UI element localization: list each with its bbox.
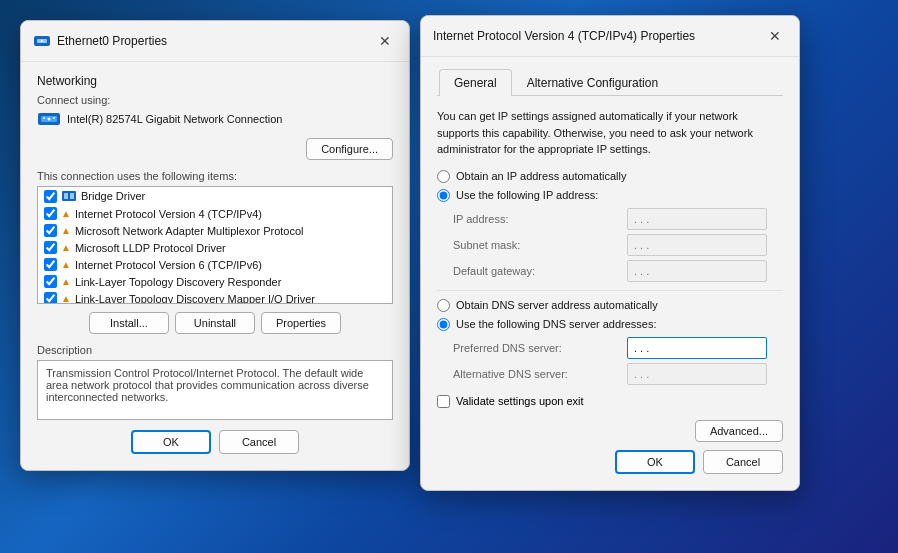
alternative-dns-input[interactable]	[627, 363, 767, 385]
description-label: Description	[37, 344, 393, 356]
connect-using-label: Connect using:	[37, 94, 393, 106]
svg-rect-7	[53, 117, 55, 119]
lltd-responder-icon: ▲	[61, 276, 71, 287]
uninstall-button[interactable]: Uninstall	[175, 312, 255, 334]
lltd-mapper-icon: ▲	[61, 293, 71, 304]
manual-ip-row: Use the following IP address:	[437, 189, 783, 202]
auto-ip-radio[interactable]	[437, 170, 450, 183]
ipv6-icon: ▲	[61, 259, 71, 270]
tcp-ok-button[interactable]: OK	[615, 450, 695, 474]
configure-button[interactable]: Configure...	[306, 138, 393, 160]
preferred-dns-input[interactable]	[627, 337, 767, 359]
svg-rect-10	[70, 193, 74, 199]
lltd-mapper-label: Link-Layer Topology Discovery Mapper I/O…	[75, 293, 315, 305]
multiplexor-label: Microsoft Network Adapter Multiplexor Pr…	[75, 225, 304, 237]
svg-point-5	[48, 118, 51, 121]
ethernet-ok-cancel-row: OK Cancel	[37, 430, 393, 454]
auto-dns-radio[interactable]	[437, 299, 450, 312]
lltd-mapper-checkbox[interactable]	[44, 292, 57, 304]
manual-ip-radio[interactable]	[437, 189, 450, 202]
ethernet-dialog-title: Ethernet0 Properties	[57, 34, 167, 48]
ipv4-checkbox[interactable]	[44, 207, 57, 220]
lldp-checkbox[interactable]	[44, 241, 57, 254]
auto-dns-row: Obtain DNS server address automatically	[437, 299, 783, 312]
svg-point-2	[41, 40, 43, 42]
tabs-bar: General Alternative Configuration	[437, 69, 783, 96]
ethernet-close-button[interactable]: ✕	[373, 29, 397, 53]
advanced-btn-area: Advanced...	[695, 420, 783, 442]
properties-button[interactable]: Properties	[261, 312, 341, 334]
configure-btn-row: Configure...	[37, 138, 393, 160]
default-gateway-input[interactable]	[627, 260, 767, 282]
items-list[interactable]: Bridge Driver ▲ Internet Protocol Versio…	[37, 186, 393, 304]
adapter-row: Intel(R) 82574L Gigabit Network Connecti…	[37, 110, 393, 128]
list-item: ▲ Link-Layer Topology Discovery Responde…	[38, 273, 392, 290]
subnet-mask-label: Subnet mask:	[453, 239, 563, 251]
manual-dns-radio[interactable]	[437, 318, 450, 331]
manual-dns-label: Use the following DNS server addresses:	[456, 318, 657, 330]
list-item: ▲ Microsoft LLDP Protocol Driver	[38, 239, 392, 256]
tcp-dialog-title: Internet Protocol Version 4 (TCP/IPv4) P…	[433, 29, 695, 43]
tab-alternative[interactable]: Alternative Configuration	[512, 69, 673, 96]
multiplexor-icon: ▲	[61, 225, 71, 236]
validate-row: Validate settings upon exit	[437, 395, 783, 408]
tcp-cancel-button[interactable]: Cancel	[703, 450, 783, 474]
install-uninstall-row: Install... Uninstall Properties	[37, 312, 393, 334]
preferred-dns-label: Preferred DNS server:	[453, 342, 563, 354]
alternative-dns-row: Alternative DNS server:	[437, 363, 783, 385]
advanced-ok-row: Advanced... OK Cancel	[437, 420, 783, 474]
tab-general[interactable]: General	[439, 69, 512, 96]
lldp-label: Microsoft LLDP Protocol Driver	[75, 242, 226, 254]
ethernet-cancel-button[interactable]: Cancel	[219, 430, 299, 454]
list-item: ▲ Microsoft Network Adapter Multiplexor …	[38, 222, 392, 239]
tcp-ok-cancel-row: OK Cancel	[615, 450, 783, 474]
ip-address-row: IP address:	[437, 208, 783, 230]
advanced-button[interactable]: Advanced...	[695, 420, 783, 442]
auto-ip-label: Obtain an IP address automatically	[456, 170, 626, 182]
subnet-mask-row: Subnet mask:	[437, 234, 783, 256]
default-gateway-row: Default gateway:	[437, 260, 783, 282]
svg-rect-9	[64, 193, 68, 199]
tcp-titlebar: Internet Protocol Version 4 (TCP/IPv4) P…	[421, 16, 799, 57]
divider	[437, 290, 783, 291]
bridge-driver-checkbox[interactable]	[44, 190, 57, 203]
tcp-dialog-content: General Alternative Configuration You ca…	[421, 57, 799, 490]
description-box: Transmission Control Protocol/Internet P…	[37, 360, 393, 420]
items-label: This connection uses the following items…	[37, 170, 393, 182]
validate-label: Validate settings upon exit	[456, 395, 584, 407]
auto-dns-label: Obtain DNS server address automatically	[456, 299, 658, 311]
lldp-icon: ▲	[61, 242, 71, 253]
manual-dns-row: Use the following DNS server addresses:	[437, 318, 783, 331]
tcp-close-button[interactable]: ✕	[763, 24, 787, 48]
network-adapter-icon	[33, 34, 51, 48]
svg-rect-6	[43, 117, 45, 119]
list-item: ▲ Internet Protocol Version 6 (TCP/IPv6)	[38, 256, 392, 273]
lltd-responder-label: Link-Layer Topology Discovery Responder	[75, 276, 281, 288]
ipv6-checkbox[interactable]	[44, 258, 57, 271]
default-gateway-label: Default gateway:	[453, 265, 563, 277]
ip-address-label: IP address:	[453, 213, 563, 225]
ethernet-dialog-content: Networking Connect using: Intel(R) 82574…	[21, 62, 409, 470]
lltd-responder-checkbox[interactable]	[44, 275, 57, 288]
list-item: ▲ Internet Protocol Version 4 (TCP/IPv4)	[38, 205, 392, 222]
adapter-name: Intel(R) 82574L Gigabit Network Connecti…	[67, 113, 282, 125]
ip-address-input[interactable]	[627, 208, 767, 230]
tcp-properties-dialog: Internet Protocol Version 4 (TCP/IPv4) P…	[420, 15, 800, 491]
ethernet-ok-button[interactable]: OK	[131, 430, 211, 454]
install-button[interactable]: Install...	[89, 312, 169, 334]
ipv4-label: Internet Protocol Version 4 (TCP/IPv4)	[75, 208, 262, 220]
validate-checkbox[interactable]	[437, 395, 450, 408]
bridge-icon	[61, 189, 77, 203]
ethernet-properties-dialog: Ethernet0 Properties ✕ Networking Connec…	[20, 20, 410, 471]
multiplexor-checkbox[interactable]	[44, 224, 57, 237]
alternative-dns-label: Alternative DNS server:	[453, 368, 568, 380]
ethernet-titlebar: Ethernet0 Properties ✕	[21, 21, 409, 62]
info-text: You can get IP settings assigned automat…	[437, 108, 783, 158]
list-item: Bridge Driver	[38, 187, 392, 205]
auto-ip-row: Obtain an IP address automatically	[437, 170, 783, 183]
manual-ip-label: Use the following IP address:	[456, 189, 598, 201]
ipv4-icon: ▲	[61, 208, 71, 219]
preferred-dns-row: Preferred DNS server:	[437, 337, 783, 359]
subnet-mask-input[interactable]	[627, 234, 767, 256]
networking-label: Networking	[37, 74, 393, 88]
